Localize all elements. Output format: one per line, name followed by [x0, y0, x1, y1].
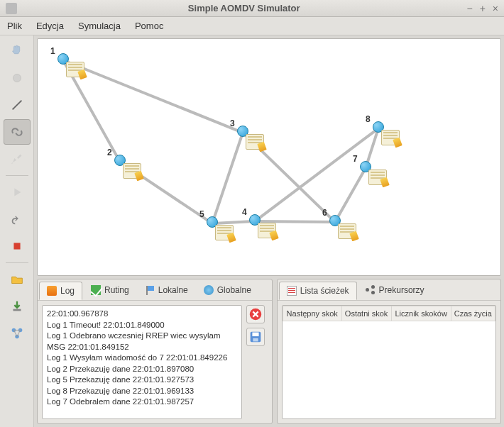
menubar: Plik Edycja Symulacja Pomoc: [0, 17, 504, 35]
right-tabs: Lista ścieżek Prekursorzy: [278, 279, 500, 301]
delete-icon: [248, 306, 263, 322]
log-output[interactable]: 22:01:00.967878Log 1 Timeout! 22:01:01.8…: [42, 305, 242, 419]
play-tool: [4, 179, 31, 205]
edge-4-5[interactable]: [212, 220, 255, 225]
col-next-hop[interactable]: Następny skok: [283, 306, 341, 321]
window-title: Simple AOMDV Simulator: [21, 3, 466, 13]
save-icon: [9, 299, 25, 314]
node-label-7: 7: [353, 154, 358, 164]
list-icon: [287, 286, 297, 296]
paths-table[interactable]: Następny skok Ostatni skok Licznik skokó…: [282, 305, 496, 419]
stop-icon: [9, 238, 25, 254]
tab-local-label: Lokalne: [158, 285, 188, 295]
svg-rect-9: [252, 333, 258, 337]
save-tool[interactable]: [4, 294, 31, 319]
node-icon: [9, 70, 25, 86]
tab-global[interactable]: Globalne: [197, 281, 258, 299]
app-icon: [6, 3, 17, 14]
log-line: Log 5 Przekazuję dane 22:01:01.927573: [47, 375, 237, 386]
edge-1-3[interactable]: [62, 59, 243, 134]
edge-3-5[interactable]: [211, 132, 244, 223]
node-label-3: 3: [230, 118, 235, 128]
network-tool[interactable]: [4, 321, 31, 346]
log-line: Log 8 Przekazuję dane 22:01:01.969133: [47, 386, 237, 397]
node-tool: [4, 65, 31, 91]
window-controls: − + ×: [466, 3, 498, 14]
node-note-icon: [258, 223, 276, 238]
log-line: Log 1 Odebrano wczesniej RREP wiec wysyl…: [47, 331, 237, 353]
toolbar: [0, 35, 34, 427]
menu-file[interactable]: Plik: [7, 21, 22, 31]
col-last-hop[interactable]: Ostatni skok: [341, 306, 391, 321]
node-note-icon: [123, 163, 141, 179]
edge-6-7[interactable]: [334, 167, 366, 223]
tab-local[interactable]: Lokalne: [138, 281, 195, 299]
svg-line-1: [12, 101, 21, 110]
brush-icon: [9, 151, 25, 167]
tab-routing[interactable]: Ruting: [84, 281, 136, 299]
save-log-button[interactable]: [246, 328, 265, 346]
col-lifetime[interactable]: Czas życia: [451, 306, 495, 321]
node-note-icon: [215, 225, 234, 240]
menu-edit[interactable]: Edycja: [36, 21, 64, 31]
node-label-8: 8: [366, 114, 371, 124]
svg-rect-2: [13, 243, 20, 249]
tab-precursors[interactable]: Prekursorzy: [358, 281, 432, 299]
node-label-2: 2: [107, 148, 112, 157]
hand-tool: [4, 38, 31, 64]
menu-simulation[interactable]: Symulacja: [78, 21, 121, 31]
simulation-canvas[interactable]: 12345678: [37, 38, 501, 276]
node-note-icon: [338, 223, 356, 239]
minimize-button[interactable]: −: [466, 3, 472, 14]
brush-tool: [4, 146, 31, 172]
tab-precursors-label: Prekursorzy: [379, 285, 424, 295]
tab-global-label: Globalne: [217, 285, 251, 295]
open-icon: [9, 272, 25, 287]
node-label-1: 1: [50, 46, 55, 56]
node-note-icon: [246, 134, 264, 150]
hand-icon: [9, 43, 25, 59]
node-note-icon: [368, 170, 387, 185]
stop-tool[interactable]: [4, 233, 31, 259]
svg-point-0: [13, 74, 21, 82]
node-note-icon: [66, 62, 84, 77]
titlebar: Simple AOMDV Simulator − + ×: [0, 0, 504, 17]
tab-log[interactable]: Log: [39, 282, 82, 300]
node-label-6: 6: [322, 208, 327, 218]
log-panel: Log Ruting Lokalne Globalne: [37, 279, 273, 424]
line-tool[interactable]: [4, 92, 31, 118]
tab-paths-label: Lista ścieżek: [300, 286, 349, 296]
play-icon: [9, 184, 25, 200]
svg-rect-10: [253, 338, 258, 342]
routing-icon: [91, 285, 101, 295]
log-line: Log 7 Odebralem dane 22:01:01.987257: [47, 396, 237, 408]
open-tool[interactable]: [4, 267, 31, 292]
log-line: Log 1 Wysyłam wiadomość do 7 22:01:01.84…: [47, 353, 237, 364]
node-label-5: 5: [199, 209, 204, 219]
node-note-icon: [381, 130, 400, 145]
col-hop-count[interactable]: Licznik skoków: [391, 306, 451, 321]
link-icon: [9, 124, 25, 140]
log-line: Log 1 Timeout! 22:01:01.849000: [47, 320, 237, 331]
link-tool[interactable]: [4, 119, 31, 145]
network-icon: [9, 326, 25, 341]
clear-log-button[interactable]: [246, 305, 265, 323]
log-icon: [47, 286, 57, 296]
tab-paths[interactable]: Lista ścieżek: [279, 282, 357, 300]
close-button[interactable]: ×: [493, 3, 498, 14]
line-icon: [9, 97, 25, 113]
maximize-button[interactable]: +: [480, 3, 486, 14]
share-icon: [366, 285, 376, 295]
menu-help[interactable]: Pomoc: [135, 21, 163, 31]
step-tool[interactable]: [4, 206, 31, 232]
left-tabs: Log Ruting Lokalne Globalne: [38, 279, 272, 301]
save-icon: [248, 329, 263, 345]
node-label-4: 4: [242, 207, 247, 217]
tab-log-label: Log: [60, 286, 75, 296]
global-icon: [204, 285, 214, 295]
paths-panel: Lista ścieżek Prekursorzy Następny skok …: [277, 279, 501, 424]
local-icon: [145, 285, 155, 295]
svg-rect-3: [13, 309, 21, 311]
log-line: 22:01:00.967878: [47, 309, 237, 320]
log-line: Log 2 Przekazuję dane 22:01:01.897080: [47, 364, 237, 375]
